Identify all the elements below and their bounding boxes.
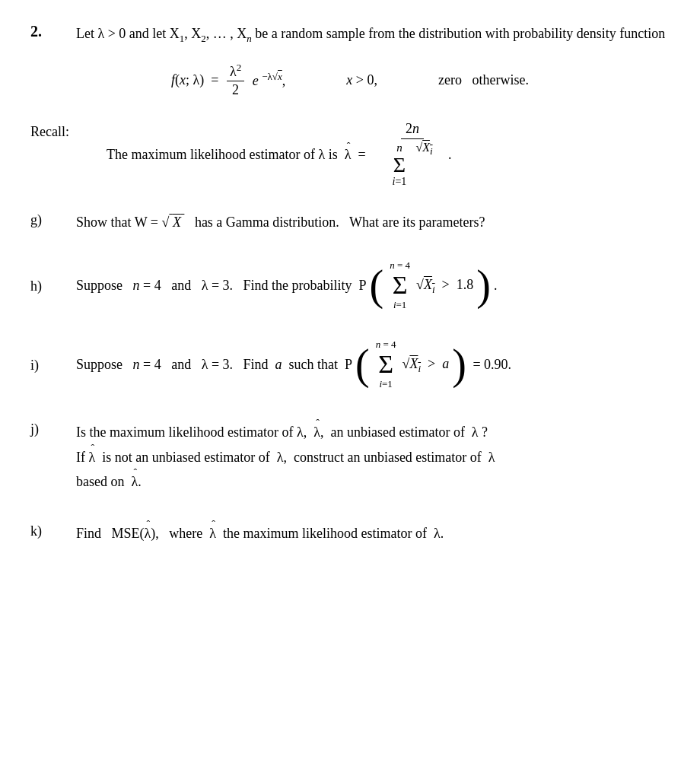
pdf-fraction: λ2 2 — [227, 62, 244, 98]
part-h-row: h) Suppose n = 4 and λ = 3. Find the pro… — [30, 257, 670, 313]
part-i-label: i) — [30, 356, 76, 374]
mle-fraction: 2n n Σ i=1 √Xi — [388, 121, 438, 188]
h-sigma: Σ — [393, 272, 408, 298]
i-right-paren: ) — [452, 343, 466, 386]
pdf-condition1: x > 0, — [346, 72, 377, 88]
part-j-line3: based on λˆ. — [76, 469, 670, 494]
i-sum-lower: i=1 — [379, 376, 392, 393]
pdf-frac-den: 2 — [229, 81, 242, 98]
recall-label: Recall: — [30, 121, 91, 140]
recall-section: Recall: The maximum likelihood estimator… — [30, 121, 670, 188]
part-k-content: Find MSE(λˆ), where λˆ the maximum likel… — [76, 522, 670, 545]
pdf-formula: f(x; λ) = λ2 2 e −λ√x, — [171, 62, 285, 98]
part-j-row: j) Is the maximum likelihood estimator o… — [30, 420, 670, 494]
problem-header: 2. Let λ > 0 and let X1, X2, … , Xn be a… — [30, 23, 670, 46]
problem-intro: Let λ > 0 and let X1, X2, … , Xn be a ra… — [76, 23, 670, 46]
recall-content: The maximum likelihood estimator of λ is… — [107, 121, 670, 188]
part-g-row: g) Show that W = √ X has a Gamma distrib… — [30, 211, 670, 234]
recall-text: The maximum likelihood estimator of λ is… — [107, 147, 366, 163]
mle-sum-lower: i=1 — [393, 176, 407, 188]
i-sqrt-xi: √Xi > a — [402, 352, 450, 377]
part-j-label: j) — [30, 420, 76, 437]
pdf-label: f(x; λ) = — [171, 72, 222, 88]
i-result: = 0.90. — [469, 353, 511, 377]
i-sigma: Σ — [378, 351, 393, 377]
part-h-label: h) — [30, 277, 76, 294]
part-i-content: Suppose n = 4 and λ = 3. Find a such tha… — [76, 336, 670, 393]
right-big-paren: ) — [476, 264, 491, 307]
part-j-line2: If λˆ is not an unbiased estimator of λ,… — [76, 445, 670, 469]
part-g-content: Show that W = √ X has a Gamma distributi… — [76, 211, 670, 234]
pdf-exp: e −λ√x, — [249, 71, 285, 89]
h-sum-lower: i=1 — [393, 297, 406, 313]
i-sum-block: n = 4 Σ i=1 — [376, 336, 396, 393]
pdf-condition2: zero otherwise. — [438, 72, 529, 88]
page: 2. Let λ > 0 and let X1, X2, … , Xn be a… — [30, 23, 670, 545]
mle-sqrt-xi: √Xi — [415, 141, 432, 154]
left-big-paren: ( — [370, 264, 384, 307]
part-j-content: Is the maximum likelihood estimator of λ… — [76, 420, 670, 494]
i-left-paren: ( — [355, 343, 370, 386]
part-g-label: g) — [30, 211, 76, 228]
mle-period: . — [445, 147, 452, 163]
h-sum-block: n = 4 Σ i=1 — [390, 257, 410, 313]
mle-numerator: 2n — [401, 121, 424, 139]
part-j-line1: Is the maximum likelihood estimator of λ… — [76, 420, 670, 444]
part-k-label: k) — [30, 522, 76, 539]
mle-denominator: n Σ i=1 √Xi — [388, 139, 438, 188]
mle-sum-notation: n Σ i=1 — [393, 142, 407, 188]
part-i-row: i) Suppose n = 4 and λ = 3. Find a such … — [30, 336, 670, 393]
part-k-row: k) Find MSE(λˆ), where λˆ the maximum li… — [30, 522, 670, 545]
pdf-formula-block: f(x; λ) = λ2 2 e −λ√x, x > 0, zero other… — [30, 62, 670, 98]
pdf-frac-num: λ2 — [227, 62, 244, 81]
h-period: . — [494, 274, 498, 297]
part-h-text: Suppose n = 4 and λ = 3. Find the probab… — [76, 274, 367, 297]
part-h-content: Suppose n = 4 and λ = 3. Find the probab… — [76, 257, 670, 313]
part-i-text: Suppose n = 4 and λ = 3. Find a such tha… — [76, 353, 352, 377]
h-sqrt-xi: √Xi > 1.8 — [416, 273, 473, 298]
mle-sigma: Σ — [393, 154, 406, 176]
problem-number: 2. — [30, 23, 76, 40]
